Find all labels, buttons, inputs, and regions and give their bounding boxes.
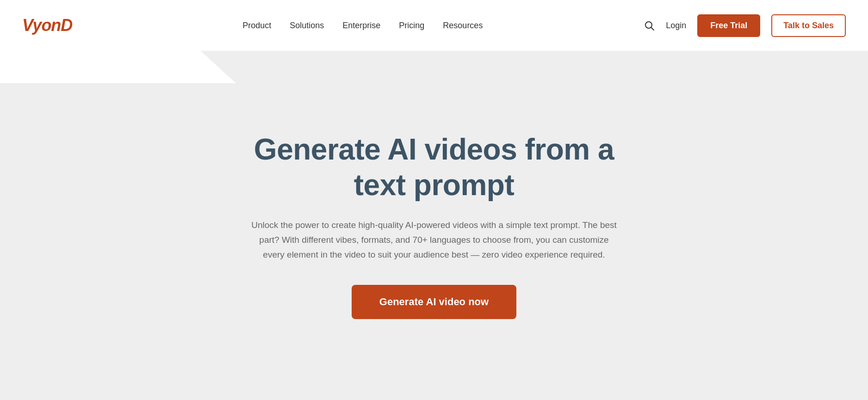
header: VyonD Product Solutions Enterprise Prici… [0, 0, 868, 51]
hero-section: Generate AI videos from a text prompt Un… [0, 51, 868, 400]
logo[interactable]: VyonD [22, 16, 72, 35]
hero-subtitle: Unlock the power to create high-quality … [249, 218, 619, 263]
search-icon [644, 20, 655, 31]
hero-content: Generate AI videos from a text prompt Un… [226, 104, 642, 346]
nav-item-product[interactable]: Product [242, 21, 271, 31]
login-link[interactable]: Login [666, 21, 686, 31]
logo-text: VyonD [22, 16, 72, 35]
talk-to-sales-button[interactable]: Talk to Sales [771, 14, 846, 37]
nav-item-enterprise[interactable]: Enterprise [342, 21, 380, 31]
search-button[interactable] [644, 20, 655, 31]
nav-item-solutions[interactable]: Solutions [290, 21, 324, 31]
generate-cta-button[interactable]: Generate AI video now [352, 285, 516, 319]
free-trial-button[interactable]: Free Trial [697, 14, 760, 37]
main-nav: Product Solutions Enterprise Pricing Res… [81, 21, 644, 31]
nav-item-pricing[interactable]: Pricing [399, 21, 424, 31]
hero-title: Generate AI videos from a text prompt [244, 132, 624, 203]
nav-item-resources[interactable]: Resources [443, 21, 483, 31]
svg-line-1 [651, 28, 654, 31]
nav-right: Login Free Trial Talk to Sales [644, 14, 846, 37]
